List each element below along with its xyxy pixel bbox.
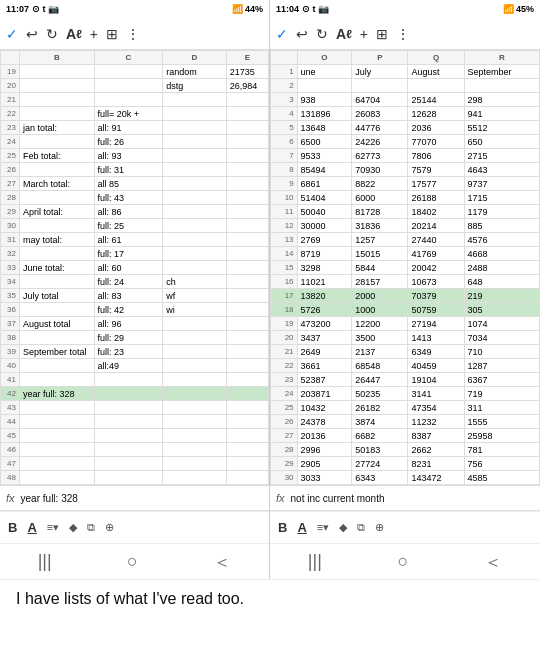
- cell-p-22[interactable]: 68548: [352, 359, 408, 373]
- cell-d-41[interactable]: [163, 373, 226, 387]
- cell-r-19[interactable]: 1074: [464, 317, 539, 331]
- cell-p-18[interactable]: 1000: [352, 303, 408, 317]
- cell-b-19[interactable]: [20, 65, 95, 79]
- cell-num-28[interactable]: 28: [1, 191, 20, 205]
- cell-num-36[interactable]: 36: [1, 303, 20, 317]
- table-row[interactable]: 45: [1, 429, 269, 443]
- cell-b-34[interactable]: [20, 275, 95, 289]
- cell-o-23[interactable]: 52387: [297, 373, 352, 387]
- cell-num-37[interactable]: 37: [1, 317, 20, 331]
- cell-r-13[interactable]: 4576: [464, 233, 539, 247]
- cell-num-4[interactable]: 4: [271, 107, 298, 121]
- left-nav-back[interactable]: ＜: [213, 550, 231, 574]
- cell-o-21[interactable]: 2649: [297, 345, 352, 359]
- cell-b-44[interactable]: [20, 415, 95, 429]
- cell-p-25[interactable]: 26182: [352, 401, 408, 415]
- cell-num-45[interactable]: 45: [1, 429, 20, 443]
- right-insert-button[interactable]: ⊕: [375, 521, 384, 534]
- cell-d-36[interactable]: wi: [163, 303, 226, 317]
- right-nav-back[interactable]: ＜: [484, 550, 502, 574]
- cell-o-3[interactable]: 938: [297, 93, 352, 107]
- cell-e-43[interactable]: [226, 401, 268, 415]
- table-row[interactable]: 41: [1, 373, 269, 387]
- table-row[interactable]: 10514046000261881715: [271, 191, 540, 205]
- table-row[interactable]: 27201366682838725958: [271, 429, 540, 443]
- cell-e-46[interactable]: [226, 443, 268, 457]
- cell-r-4[interactable]: 941: [464, 107, 539, 121]
- cell-c-22[interactable]: full= 20k +: [94, 107, 163, 121]
- cell-o-9[interactable]: 6861: [297, 177, 352, 191]
- cell-num-13[interactable]: 13: [271, 233, 298, 247]
- cell-p-19[interactable]: 12200: [352, 317, 408, 331]
- cell-r-6[interactable]: 650: [464, 135, 539, 149]
- cell-r-24[interactable]: 719: [464, 387, 539, 401]
- cell-q-30[interactable]: 143472: [408, 471, 464, 485]
- right-more-button[interactable]: ⋮: [396, 26, 410, 42]
- cell-num-7[interactable]: 7: [271, 149, 298, 163]
- cell-q-2[interactable]: [408, 79, 464, 93]
- right-copy-button[interactable]: ⧉: [357, 521, 365, 534]
- cell-o-26[interactable]: 24378: [297, 415, 352, 429]
- right-bold-button[interactable]: B: [278, 520, 287, 535]
- cell-num-40[interactable]: 40: [1, 359, 20, 373]
- table-row[interactable]: 40all:49: [1, 359, 269, 373]
- cell-e-28[interactable]: [226, 191, 268, 205]
- cell-o-2[interactable]: [297, 79, 352, 93]
- cell-c-35[interactable]: all: 83: [94, 289, 163, 303]
- table-row[interactable]: 34full: 24ch: [1, 275, 269, 289]
- cell-b-37[interactable]: August total: [20, 317, 95, 331]
- cell-num-44[interactable]: 44: [1, 415, 20, 429]
- cell-q-13[interactable]: 27440: [408, 233, 464, 247]
- table-row[interactable]: 24full: 26: [1, 135, 269, 149]
- cell-d-35[interactable]: wf: [163, 289, 226, 303]
- cell-q-21[interactable]: 6349: [408, 345, 464, 359]
- cell-q-1[interactable]: August: [408, 65, 464, 79]
- cell-r-9[interactable]: 9737: [464, 177, 539, 191]
- cell-e-48[interactable]: [226, 471, 268, 485]
- cell-d-31[interactable]: [163, 233, 226, 247]
- cell-e-38[interactable]: [226, 331, 268, 345]
- cell-e-32[interactable]: [226, 247, 268, 261]
- cell-d-48[interactable]: [163, 471, 226, 485]
- cell-r-1[interactable]: September: [464, 65, 539, 79]
- cell-q-22[interactable]: 40459: [408, 359, 464, 373]
- table-row[interactable]: 32full: 17: [1, 247, 269, 261]
- cell-r-26[interactable]: 1555: [464, 415, 539, 429]
- cell-q-20[interactable]: 1413: [408, 331, 464, 345]
- cell-q-4[interactable]: 12628: [408, 107, 464, 121]
- cell-r-3[interactable]: 298: [464, 93, 539, 107]
- cell-b-24[interactable]: [20, 135, 95, 149]
- cell-p-20[interactable]: 3500: [352, 331, 408, 345]
- cell-o-25[interactable]: 10432: [297, 401, 352, 415]
- cell-c-45[interactable]: [94, 429, 163, 443]
- cell-num-48[interactable]: 48: [1, 471, 20, 485]
- right-format-button[interactable]: Aℓ: [336, 26, 352, 42]
- table-row[interactable]: 5136484477620365512: [271, 121, 540, 135]
- cell-b-39[interactable]: September total: [20, 345, 95, 359]
- cell-num-26[interactable]: 26: [271, 415, 298, 429]
- cell-num-31[interactable]: 31: [1, 233, 20, 247]
- cell-r-16[interactable]: 648: [464, 275, 539, 289]
- cell-b-29[interactable]: April total:: [20, 205, 95, 219]
- cell-o-22[interactable]: 3661: [297, 359, 352, 373]
- table-row[interactable]: 26full: 31: [1, 163, 269, 177]
- table-row[interactable]: 185726100050759305: [271, 303, 540, 317]
- cell-num-18[interactable]: 18: [271, 303, 298, 317]
- cell-q-27[interactable]: 8387: [408, 429, 464, 443]
- cell-d-20[interactable]: dstg: [163, 79, 226, 93]
- cell-e-47[interactable]: [226, 457, 268, 471]
- cell-e-27[interactable]: [226, 177, 268, 191]
- cell-p-1[interactable]: July: [352, 65, 408, 79]
- cell-num-6[interactable]: 6: [271, 135, 298, 149]
- table-row[interactable]: 26243783874112321555: [271, 415, 540, 429]
- table-row[interactable]: 24203871502353141719: [271, 387, 540, 401]
- cell-b-48[interactable]: [20, 471, 95, 485]
- cell-p-3[interactable]: 64704: [352, 93, 408, 107]
- cell-b-26[interactable]: [20, 163, 95, 177]
- cell-o-28[interactable]: 2996: [297, 443, 352, 457]
- cell-o-10[interactable]: 51404: [297, 191, 352, 205]
- cell-num-43[interactable]: 43: [1, 401, 20, 415]
- cell-p-24[interactable]: 50235: [352, 387, 408, 401]
- cell-num-17[interactable]: 17: [271, 289, 298, 303]
- cell-d-47[interactable]: [163, 457, 226, 471]
